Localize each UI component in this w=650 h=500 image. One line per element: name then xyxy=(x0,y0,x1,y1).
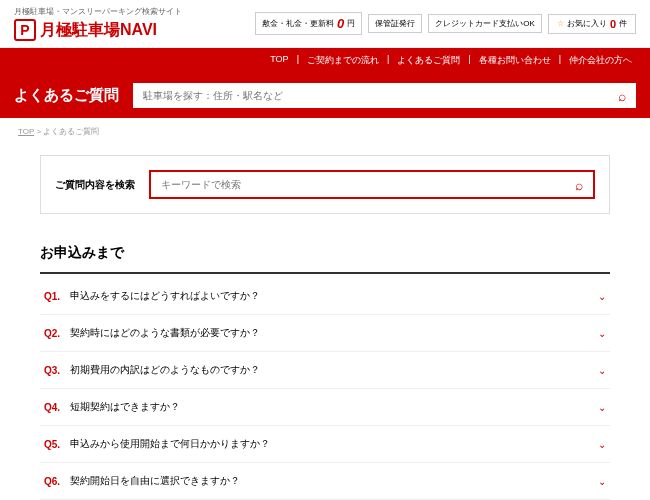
search-bar: よくあるご質問 ⌕ xyxy=(0,73,650,118)
faq-number: Q5. xyxy=(44,439,60,450)
nav-sep: | xyxy=(468,54,470,67)
search-button[interactable]: ⌕ xyxy=(608,83,636,108)
info-fees: 敷金・礼金・更新料 0 円 xyxy=(255,12,362,35)
faq-search-button[interactable]: ⌕ xyxy=(565,172,593,197)
faq-search-input[interactable] xyxy=(151,172,565,197)
faq-number: Q3. xyxy=(44,365,60,376)
faq-item[interactable]: Q1.申込みをするにはどうすればよいですか？⌄ xyxy=(40,278,610,315)
chevron-down-icon: ⌄ xyxy=(598,439,606,450)
faq-question: 申込みから使用開始まで何日かかりますか？ xyxy=(70,437,598,451)
chevron-down-icon: ⌄ xyxy=(598,291,606,302)
fav-unit: 件 xyxy=(619,18,627,29)
tagline: 月極駐車場・マンスリーパーキング検索サイト xyxy=(14,6,182,17)
faq-item[interactable]: Q6.契約開始日を自由に選択できますか？⌄ xyxy=(40,463,610,500)
faq-question: 初期費用の内訳はどのようなものですか？ xyxy=(70,363,598,377)
faq-question: 契約開始日を自由に選択できますか？ xyxy=(70,474,598,488)
fav-label: お気に入り xyxy=(567,18,607,29)
parking-search-input[interactable] xyxy=(133,83,608,108)
info-fees-yen: 円 xyxy=(347,18,355,29)
parking-icon: P xyxy=(14,19,36,41)
star-icon: ☆ xyxy=(557,19,564,28)
faq-question: 短期契約はできますか？ xyxy=(70,400,598,414)
section-title: お申込みまで xyxy=(40,234,610,274)
faq-number: Q1. xyxy=(44,291,60,302)
page-title: よくあるご質問 xyxy=(14,86,119,105)
search-icon: ⌕ xyxy=(618,88,626,104)
nav-sep: | xyxy=(387,54,389,67)
faq-search-field: ⌕ xyxy=(149,170,595,199)
faq-search-label: ご質問内容を検索 xyxy=(55,178,135,192)
faq-item[interactable]: Q3.初期費用の内訳はどのようなものですか？⌄ xyxy=(40,352,610,389)
info-cert: 保管証発行 xyxy=(368,14,422,33)
faq-item[interactable]: Q5.申込みから使用開始まで何日かかりますか？⌄ xyxy=(40,426,610,463)
fav-count: 0 xyxy=(610,18,616,30)
nav-sep: | xyxy=(297,54,299,67)
faq-question: 申込みをするにはどうすればよいですか？ xyxy=(70,289,598,303)
logo: P 月極駐車場NAVI xyxy=(14,19,182,41)
breadcrumb-sep: > xyxy=(34,127,43,136)
search-icon: ⌕ xyxy=(575,177,583,193)
info-fees-zero: 0 xyxy=(337,16,344,31)
faq-number: Q6. xyxy=(44,476,60,487)
chevron-down-icon: ⌄ xyxy=(598,402,606,413)
faq-item[interactable]: Q4.短期契約はできますか？⌄ xyxy=(40,389,610,426)
chevron-down-icon: ⌄ xyxy=(598,365,606,376)
nav-faq[interactable]: よくあるご質問 xyxy=(393,54,464,67)
logo-area[interactable]: 月極駐車場・マンスリーパーキング検索サイト P 月極駐車場NAVI xyxy=(14,6,182,41)
breadcrumb-home[interactable]: TOP xyxy=(18,127,34,136)
logo-text: 月極駐車場NAVI xyxy=(40,20,157,41)
info-fees-label: 敷金・礼金・更新料 xyxy=(262,18,334,29)
faq-search-box: ご質問内容を検索 ⌕ xyxy=(40,155,610,214)
nav-sep: | xyxy=(559,54,561,67)
nav-flow[interactable]: ご契約までの流れ xyxy=(303,54,383,67)
faq-question: 契約時にはどのような書類が必要ですか？ xyxy=(70,326,598,340)
chevron-down-icon: ⌄ xyxy=(598,476,606,487)
main-nav: TOP | ご契約までの流れ | よくあるご質問 | 各種お問い合わせ | 仲介… xyxy=(0,48,650,73)
top-bar: 月極駐車場・マンスリーパーキング検索サイト P 月極駐車場NAVI 敷金・礼金・… xyxy=(0,0,650,48)
nav-top[interactable]: TOP xyxy=(266,54,292,67)
content: ご質問内容を検索 ⌕ お申込みまで Q1.申込みをするにはどうすればよいですか？… xyxy=(0,155,650,500)
search-wrap: ⌕ xyxy=(133,83,636,108)
faq-number: Q4. xyxy=(44,402,60,413)
nav-agent[interactable]: 仲介会社の方へ xyxy=(565,54,636,67)
faq-item[interactable]: Q2.契約時にはどのような書類が必要ですか？⌄ xyxy=(40,315,610,352)
chevron-down-icon: ⌄ xyxy=(598,328,606,339)
faq-list: Q1.申込みをするにはどうすればよいですか？⌄Q2.契約時にはどのような書類が必… xyxy=(40,278,610,500)
favorites-button[interactable]: ☆ お気に入り 0 件 xyxy=(548,14,636,34)
info-credit: クレジットカード支払いOK xyxy=(428,14,542,33)
breadcrumb: TOP > よくあるご質問 xyxy=(0,118,650,145)
faq-number: Q2. xyxy=(44,328,60,339)
nav-contact[interactable]: 各種お問い合わせ xyxy=(475,54,555,67)
top-right: 敷金・礼金・更新料 0 円 保管証発行 クレジットカード支払いOK ☆ お気に入… xyxy=(255,12,636,35)
breadcrumb-current: よくあるご質問 xyxy=(43,127,99,136)
